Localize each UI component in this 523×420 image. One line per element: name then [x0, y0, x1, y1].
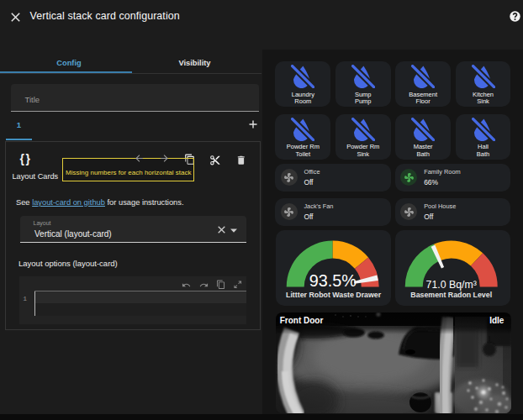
- svg-text:Basement Radon Level: Basement Radon Level: [410, 291, 492, 299]
- svg-text:71.0 Bq/m³: 71.0 Bq/m³: [426, 279, 477, 291]
- svg-text:93.5%: 93.5%: [309, 271, 357, 290]
- svg-text:Littter Robot Waste Drawer: Littter Robot Waste Drawer: [286, 291, 382, 299]
